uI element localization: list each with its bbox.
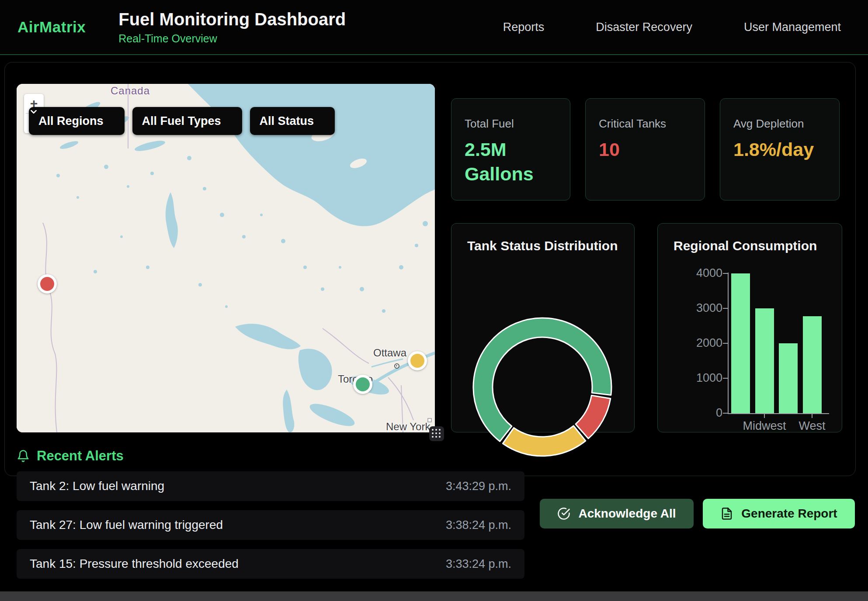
y-tick-mark xyxy=(723,273,728,274)
bar-chart-x-axis xyxy=(728,413,829,414)
map-filter-row: All Regions All Fuel Types All Status xyxy=(29,107,335,135)
x-tick-mark xyxy=(812,414,812,418)
region-filter-dropdown[interactable]: All Regions xyxy=(29,107,125,135)
nav-user-management[interactable]: User Management xyxy=(744,21,841,34)
bar-chart-y-axis xyxy=(728,273,729,413)
stat-value: 2.5M Gallons xyxy=(465,138,557,187)
x-tick-label: West xyxy=(777,419,847,433)
y-tick-mark xyxy=(723,343,728,344)
map-label-new-york: New York xyxy=(386,421,430,432)
main-nav: Reports Disaster Recovery User Managemen… xyxy=(503,21,841,34)
donut-segment-critical[interactable] xyxy=(576,395,611,439)
alert-row[interactable]: Tank 27: Low fuel warning triggered 3:38… xyxy=(17,510,524,540)
alert-row[interactable]: Tank 2: Low fuel warning 3:43:29 p.m. xyxy=(17,471,524,501)
nav-disaster-recovery[interactable]: Disaster Recovery xyxy=(596,21,692,34)
y-tick-label: 3000 xyxy=(658,301,722,315)
alert-row[interactable]: Tank 15: Pressure threshold exceeded 3:3… xyxy=(17,549,524,579)
y-tick-label: 0 xyxy=(658,406,722,420)
stat-card-critical-tanks: Critical Tanks 10 xyxy=(585,98,705,200)
status-filter-dropdown[interactable]: All Status xyxy=(250,107,335,135)
stat-value: 10 xyxy=(599,138,691,162)
y-tick-mark xyxy=(723,413,728,414)
consumption-bar-Midwest[interactable] xyxy=(755,308,774,413)
stat-value: 1.8%/day xyxy=(733,138,826,162)
document-icon xyxy=(720,507,733,520)
tank-status-distribution-panel: Tank Status Distribution xyxy=(451,223,635,432)
alert-timestamp: 3:33:24 p.m. xyxy=(446,557,511,571)
status-filter-label: All Status xyxy=(260,114,314,128)
page-subtitle: Real-Time Overview xyxy=(118,32,346,45)
generate-report-label: Generate Report xyxy=(741,507,837,521)
y-tick-label: 4000 xyxy=(658,266,722,280)
page-title-block: Fuel Monitoring Dashboard Real-Time Over… xyxy=(118,10,346,45)
donut-segment-warning[interactable] xyxy=(503,426,585,456)
stat-card-avg-depletion: Avg Depletion 1.8%/day xyxy=(720,98,840,200)
recent-alerts-title: Recent Alerts xyxy=(37,448,124,464)
regional-consumption-bar-chart: 01000200030004000MidwestWest xyxy=(658,224,842,432)
y-tick-label: 1000 xyxy=(658,371,722,385)
page-title: Fuel Monitoring Dashboard xyxy=(118,10,346,29)
tank-status-donut-chart xyxy=(451,253,635,461)
map-label-canada: Canada xyxy=(100,85,161,97)
fuel-type-filter-dropdown[interactable]: All Fuel Types xyxy=(132,107,242,135)
generate-report-button[interactable]: Generate Report xyxy=(703,499,855,528)
alert-timestamp: 3:43:29 p.m. xyxy=(446,480,511,493)
stat-label: Total Fuel xyxy=(465,117,557,131)
alert-timestamp: 3:38:24 p.m. xyxy=(446,518,511,532)
donut-chart-title: Tank Status Distribution xyxy=(467,238,634,253)
nav-reports[interactable]: Reports xyxy=(503,21,545,34)
stat-label: Critical Tanks xyxy=(599,117,691,131)
app-logo: AirMatrix xyxy=(17,18,86,36)
x-tick-mark xyxy=(764,414,765,418)
acknowledge-all-button[interactable]: Acknowledge All xyxy=(540,499,694,528)
region-filter-label: All Regions xyxy=(38,114,104,128)
tank-marker-critical[interactable] xyxy=(38,274,57,294)
y-tick-mark xyxy=(723,308,728,309)
stat-card-total-fuel: Total Fuel 2.5M Gallons xyxy=(451,98,570,200)
acknowledge-all-label: Acknowledge All xyxy=(578,507,676,521)
tank-marker-normal[interactable] xyxy=(353,375,372,394)
stat-label: Avg Depletion xyxy=(733,117,826,131)
app-header: AirMatrix Fuel Monitoring Dashboard Real… xyxy=(0,0,868,55)
alert-message: Tank 2: Low fuel warning xyxy=(30,479,164,493)
recent-alerts-header: Recent Alerts xyxy=(17,448,124,464)
alert-message: Tank 15: Pressure threshold exceeded xyxy=(30,557,239,571)
bell-icon xyxy=(17,449,30,463)
tank-marker-warning[interactable] xyxy=(408,351,427,370)
tank-map[interactable]: Canada + − All Regions All Fuel Types Al… xyxy=(17,84,435,432)
consumption-bar-West[interactable] xyxy=(803,316,822,413)
map-resize-handle[interactable] xyxy=(429,426,444,441)
ottawa-city-dot xyxy=(394,363,399,369)
bottom-scrollbar[interactable] xyxy=(0,591,868,601)
map-label-ottawa: Ottawa xyxy=(373,347,406,359)
regional-consumption-panel: Regional Consumption 01000200030004000Mi… xyxy=(657,223,842,432)
alert-message: Tank 27: Low fuel warning triggered xyxy=(30,518,223,532)
consumption-bar-region-3[interactable] xyxy=(779,343,798,413)
fuel-type-filter-label: All Fuel Types xyxy=(142,114,221,128)
y-tick-label: 2000 xyxy=(658,336,722,350)
consumption-bar-region-1[interactable] xyxy=(731,273,750,413)
check-circle-icon xyxy=(557,507,570,520)
y-tick-mark xyxy=(723,378,728,379)
